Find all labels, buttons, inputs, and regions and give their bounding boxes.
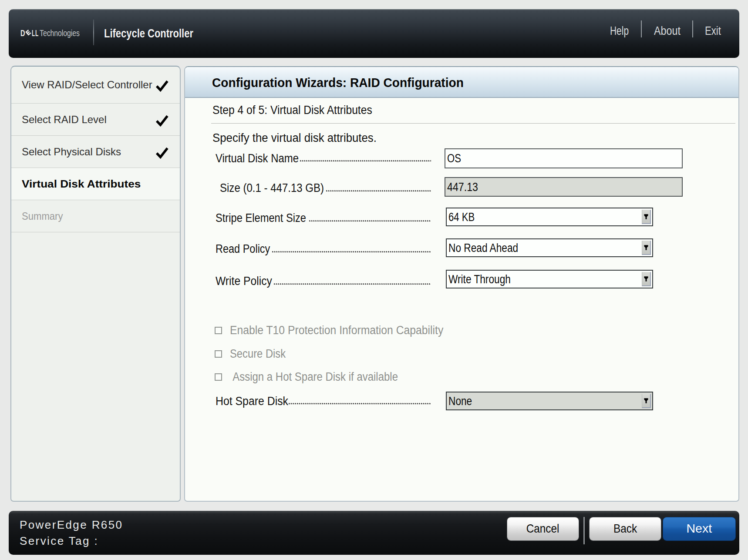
svg-text:L: L — [32, 28, 35, 38]
svg-text:D: D — [20, 28, 25, 38]
svg-text:L: L — [35, 28, 38, 38]
svg-text:Technologies: Technologies — [40, 28, 80, 38]
